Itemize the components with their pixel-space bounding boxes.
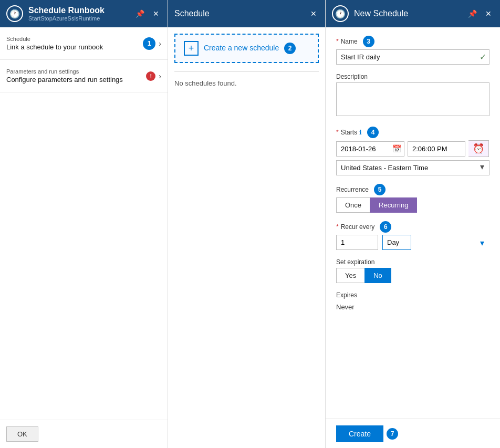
panel1-header: 🕐 Schedule Runbook StartStopAzureSsisRun… (0, 0, 168, 27)
panel3-header-actions: 📌 ✕ (466, 8, 494, 19)
panel3-form: * Name 3 ✓ Description * (326, 27, 500, 419)
panel1-pin-button[interactable]: 📌 (133, 8, 147, 19)
recur-every-label: * Recur every 6 (336, 221, 489, 233)
panel3-close-button[interactable]: ✕ (483, 8, 494, 19)
expires-label: Expires (336, 291, 489, 299)
panel3-footer: Create 7 (326, 419, 500, 448)
error-badge: ! (146, 71, 155, 81)
step-2-badge: 2 (284, 43, 296, 54)
params-nav-right: ! › (146, 71, 161, 81)
params-nav-label: Configure parameters and run settings (6, 76, 123, 84)
time-input[interactable] (408, 141, 465, 157)
step-4-badge: 4 (367, 127, 379, 138)
name-label: * Name 3 (336, 36, 489, 47)
panel2-title: Schedule (174, 9, 210, 18)
expiration-toggle: Yes No (336, 268, 489, 283)
panel3-title: New Schedule (354, 9, 408, 18)
description-input[interactable] (336, 82, 489, 116)
create-schedule-label: Create a new schedule 2 (204, 43, 296, 54)
panel2-content: + Create a new schedule 2 No schedules f… (168, 27, 325, 94)
params-chevron: › (159, 72, 161, 80)
description-group: Description (336, 73, 489, 118)
expiration-label: Set expiration (336, 258, 489, 266)
params-nav-section: Parameters and run settings (6, 68, 123, 75)
step-1-badge: 1 (143, 37, 155, 50)
starts-label: * Starts ℹ 4 (336, 127, 489, 138)
recurrence-group: Recurrence 5 Once Recurring (336, 184, 489, 213)
panel1-subtitle: StartStopAzureSsisRuntime (28, 15, 105, 22)
recurrence-recurring-button[interactable]: Recurring (370, 197, 417, 213)
check-icon: ✓ (480, 52, 486, 62)
schedule-nav-section: Schedule (6, 36, 103, 42)
panel1-header-left: 🕐 Schedule Runbook StartStopAzureSsisRun… (6, 5, 105, 22)
recurrence-toggle: Once Recurring (336, 197, 489, 213)
panel1-footer: OK (0, 420, 168, 448)
params-nav-item[interactable]: Parameters and run settings Configure pa… (0, 60, 168, 92)
panel1-title-group: Schedule Runbook StartStopAzureSsisRunti… (28, 6, 105, 22)
name-input-wrap: ✓ (336, 49, 489, 65)
plus-icon: + (184, 41, 199, 56)
starts-info-icon: ℹ (359, 129, 362, 136)
panel3-scroll-area: * Name 3 ✓ Description * (326, 27, 500, 419)
panel1-close-button[interactable]: ✕ (151, 8, 161, 19)
new-schedule-panel: 🕐 New Schedule 📌 ✕ * Name 3 ✓ (326, 0, 500, 448)
no-schedules-text: No schedules found. (174, 77, 237, 89)
schedule-nav-content: Schedule Link a schedule to your runbook (6, 36, 103, 51)
timezone-select-wrap: United States - Eastern Time UTC Pacific… (336, 157, 489, 175)
recur-unit-select-wrap: Day Week Month Hour (382, 235, 489, 250)
schedule-runbook-panel: 🕐 Schedule Runbook StartStopAzureSsisRun… (0, 0, 168, 448)
recur-every-group: * Recur every 6 Day Week Month Hour (336, 221, 489, 250)
starts-group: * Starts ℹ 4 📅 ⏰ United States - Eastern… (336, 127, 489, 175)
panel1-title: Schedule Runbook (28, 6, 105, 15)
time-picker-button[interactable]: ⏰ (468, 140, 489, 157)
recurrence-once-button[interactable]: Once (336, 197, 370, 213)
recur-every-row: Day Week Month Hour (336, 235, 489, 250)
calendar-icon[interactable]: 📅 (392, 144, 401, 153)
timezone-select[interactable]: United States - Eastern Time UTC Pacific… (336, 160, 489, 175)
step-7-badge: 7 (387, 428, 398, 440)
expiration-group: Set expiration Yes No (336, 258, 489, 283)
panel2-close-button[interactable]: ✕ (308, 8, 319, 19)
panel3-header-left: 🕐 New Schedule (332, 5, 408, 22)
create-schedule-button[interactable]: + Create a new schedule 2 (174, 34, 319, 63)
panel3-pin-button[interactable]: 📌 (466, 8, 479, 19)
schedule-nav-item[interactable]: Schedule Link a schedule to your runbook… (0, 27, 168, 60)
schedule-nav-right: 1 › (143, 37, 161, 50)
step-6-badge: 6 (380, 221, 391, 233)
panel3-clock-icon: 🕐 (332, 5, 349, 22)
expires-group: Expires Never (336, 291, 489, 311)
starts-row: 📅 ⏰ (336, 140, 489, 157)
schedule-panel: Schedule ✕ + Create a new schedule 2 No … (168, 0, 326, 448)
clock-icon: 🕐 (6, 5, 23, 22)
description-label: Description (336, 73, 489, 80)
step-5-badge: 5 (374, 184, 386, 195)
schedule-nav-label: Link a schedule to your runbook (6, 43, 103, 51)
panel2-header-left: Schedule (174, 9, 210, 18)
expires-value: Never (336, 303, 489, 311)
divider (174, 71, 319, 72)
expiration-yes-button[interactable]: Yes (336, 268, 364, 283)
recur-unit-select[interactable]: Day Week Month Hour (382, 235, 411, 250)
recurrence-label: Recurrence 5 (336, 184, 489, 195)
expiration-no-button[interactable]: No (364, 268, 391, 283)
schedule-chevron: › (159, 39, 161, 48)
name-input[interactable] (336, 49, 489, 65)
recur-every-input[interactable] (336, 235, 378, 250)
date-input-wrap: 📅 (336, 141, 404, 157)
ok-button[interactable]: OK (6, 426, 38, 442)
params-nav-content: Parameters and run settings Configure pa… (6, 68, 123, 84)
name-group: * Name 3 ✓ (336, 36, 489, 65)
panel2-header-actions: ✕ (308, 8, 319, 19)
panel1-header-actions: 📌 ✕ (133, 8, 161, 19)
panel2-header: Schedule ✕ (168, 0, 325, 27)
panel3-header: 🕐 New Schedule 📌 ✕ (326, 0, 500, 27)
step-3-badge: 3 (363, 36, 374, 47)
create-button[interactable]: Create (336, 425, 383, 442)
